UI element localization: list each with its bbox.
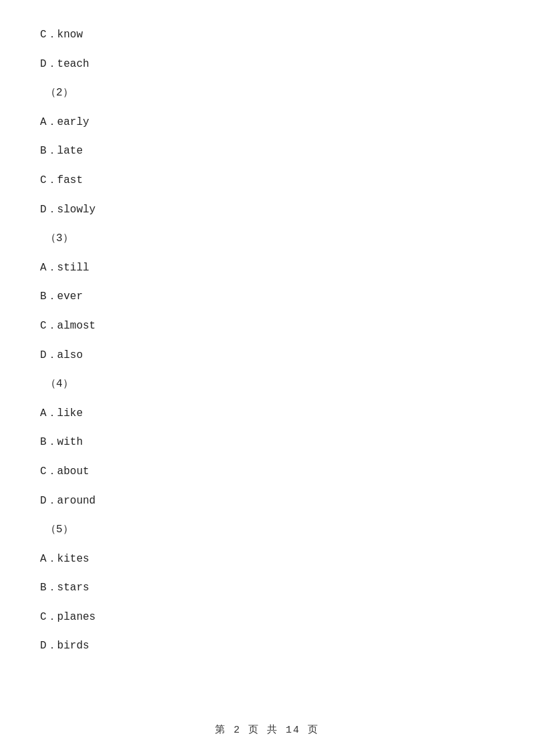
option-item: A．like [40, 405, 494, 423]
option-item: D．teach [40, 56, 494, 73]
option-item: C．almost [40, 318, 494, 335]
option-item: D．also [40, 347, 494, 365]
option-item: C．know [40, 27, 494, 44]
section-label: （5） [40, 522, 494, 539]
option-item: B．stars [40, 580, 494, 597]
section-label: （4） [40, 376, 494, 393]
option-item: B．with [40, 434, 494, 451]
option-item: C．planes [40, 609, 494, 626]
option-item: B．late [40, 143, 494, 160]
option-item: D．birds [40, 638, 494, 655]
page-content: C．knowD．teach（2）A．earlyB．lateC．fastD．slo… [0, 0, 534, 707]
option-item: A．early [40, 114, 494, 132]
option-item: C．about [40, 463, 494, 481]
option-item: D．slowly [40, 202, 494, 219]
section-label: （3） [40, 230, 494, 248]
option-item: B．ever [40, 289, 494, 306]
option-item: D．around [40, 493, 494, 510]
section-label: （2） [40, 85, 494, 102]
option-item: C．fast [40, 172, 494, 190]
option-item: A．kites [40, 551, 494, 568]
page-footer: 第 2 页 共 14 页 [0, 723, 534, 736]
option-item: A．still [40, 260, 494, 277]
